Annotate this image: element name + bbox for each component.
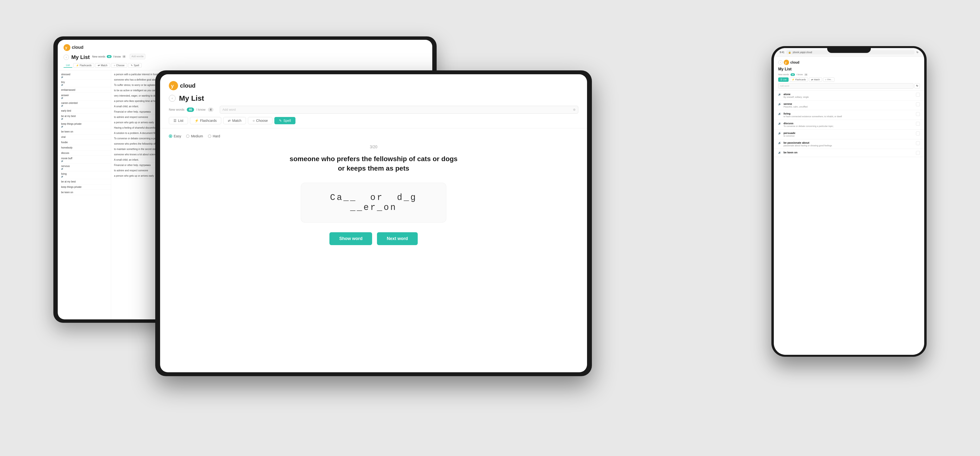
audio-icon[interactable]: 🔊 (778, 142, 781, 145)
phone-refresh-btn[interactable]: ↻ (915, 83, 920, 89)
phone-tab-match[interactable]: ⇄ Match (809, 77, 822, 82)
tablet-fg-tab-flashcards[interactable]: ⚡ Flashcards (190, 117, 221, 124)
phone-new-words-badge: 46 (791, 73, 795, 76)
list-item: keep things private🔊 (58, 121, 111, 129)
tablet-fg-nav-tabs: ☰ List ⚡ Flashcards ⇄ Match ○ (169, 117, 578, 124)
word-def: passionate about having or showing good … (784, 144, 914, 147)
tablet-fg-tab-choose[interactable]: ○ Choose (248, 117, 272, 124)
list-item: homebody (58, 145, 111, 150)
difficulty-easy[interactable]: Easy (169, 134, 181, 138)
tablet-fg-new-words-label: New words (169, 108, 185, 112)
spell-icon: ✎ (131, 64, 133, 67)
audio-icon[interactable]: 🔊 (778, 93, 781, 96)
tablet-bg-back-button[interactable]: ‹ (64, 54, 69, 60)
tablet-bg-tab-list[interactable]: List (64, 63, 72, 68)
hard-label: Hard (213, 134, 220, 138)
phone-flashcards-icon: ⚡ (792, 78, 794, 81)
phone: 9:41 🔒 ybook.yappi.cloud ↻ ‹ y (772, 46, 927, 357)
word-label: living (784, 112, 914, 115)
list-item: living🔊 (58, 171, 111, 179)
spell-actions: Show word Next word (329, 232, 417, 245)
word-checkbox[interactable] (916, 102, 920, 106)
word-def: To converse or debate concerning a parti… (784, 125, 914, 128)
phone-logo-text: cloud (790, 61, 799, 64)
phone-tab-list[interactable]: ☰ List (778, 77, 789, 82)
phone-list-icon: ☰ (780, 78, 782, 81)
phone-refresh-icon[interactable]: ↻ (916, 51, 918, 54)
match-icon: ⇄ (98, 64, 100, 67)
phone-url-icon: 🔒 (788, 51, 791, 54)
tablet-fg-tab-spell[interactable]: ✎ Spell (274, 117, 296, 124)
tablet-fg-tab-choose-label: Choose (256, 119, 268, 123)
word-checkbox[interactable] (916, 93, 920, 97)
word-content: persuade to convince (784, 132, 914, 137)
list-item: tiny🔊 (58, 80, 111, 88)
medium-label: Medium (191, 134, 203, 138)
next-word-button[interactable]: Next word (377, 232, 417, 245)
tablet-fg-iknow-badge: 4 (208, 107, 213, 112)
tablet-fg-tab-spell-label: Spell (283, 119, 291, 123)
word-checkbox[interactable] (916, 141, 920, 145)
phone-iknow-badge: 4 (804, 73, 808, 76)
phone-screen: 9:41 🔒 ybook.yappi.cloud ↻ ‹ y (774, 48, 924, 355)
phone-new-words-label: New words (778, 73, 789, 76)
spell-blanks-container: Ca__ or d_g__er_on (301, 183, 446, 223)
phone-tab-list-label: List (783, 78, 786, 81)
word-checkbox[interactable] (916, 151, 920, 155)
show-word-button[interactable]: Show word (329, 232, 372, 245)
medium-radio[interactable] (186, 134, 189, 138)
word-checkbox[interactable] (916, 112, 920, 116)
phone-iknow-label: I know (796, 73, 803, 76)
difficulty-hard[interactable]: Hard (208, 134, 220, 138)
list-item: nervous🔊 (58, 164, 111, 171)
phone-add-field[interactable]: Add word (778, 83, 913, 89)
tablet-bg-word-list: stressed🔊 tiny🔊 embarrassed answer🔊 c (58, 70, 111, 319)
word-checkbox[interactable] (916, 122, 920, 126)
tablet-bg-tab-flashcards[interactable]: ⚡ Flashcards (73, 63, 94, 68)
audio-icon[interactable]: 🔊 (778, 151, 781, 155)
tablet-bg-tab-list-label: List (66, 64, 70, 67)
list-item: foodie (58, 140, 111, 145)
word-content: be keen on (784, 151, 914, 154)
word-content: alone By oneself; solitary; single (784, 93, 914, 98)
audio-icon[interactable]: 🔊 (778, 103, 781, 106)
easy-radio[interactable] (169, 134, 172, 138)
tablet-bg-iknow-label: I know (113, 55, 121, 58)
scene: y cloud ‹ My List New words 46 I know 4 (53, 22, 927, 434)
word-checkbox[interactable] (916, 132, 920, 136)
spell-icon-fg: ✎ (279, 119, 282, 123)
tablet-bg-tab-match[interactable]: ⇄ Match (95, 63, 110, 68)
tablet-bg-tab-choose[interactable]: ○ Choose (111, 63, 127, 68)
difficulty-medium[interactable]: Medium (186, 134, 203, 138)
tablet-bg-tab-spell[interactable]: ✎ Spell (128, 63, 142, 68)
tablet-fg-tab-match-label: Match (232, 119, 241, 123)
tablet-bg-add-word[interactable]: Add word ⊕ (130, 54, 145, 59)
easy-label: Easy (174, 134, 181, 138)
hard-radio[interactable] (208, 134, 211, 138)
phone-logo: ‹ y cloud (778, 60, 920, 65)
tablet-fg-difficulty: Easy Medium Hard (169, 134, 220, 138)
word-def: to convince (784, 135, 914, 137)
tablet-fg-tab-list[interactable]: ☰ List (169, 117, 188, 124)
audio-icon[interactable]: 🔊 (778, 112, 781, 116)
list-icon: ☰ (173, 119, 177, 123)
tablet-fg-header: y cloud ‹ My List New words 46 I know 4 (160, 74, 587, 128)
tablet-fg-title-row: ‹ My List (169, 94, 578, 102)
tablet-fg-logo-icon: y (169, 81, 178, 90)
tablet-fg-back-button[interactable]: ‹ (169, 95, 176, 102)
phone-back-button[interactable]: ‹ (778, 60, 783, 65)
list-item: embarrassed (58, 88, 111, 93)
audio-icon[interactable]: 🔊 (778, 122, 781, 126)
phone-tab-flashcards-label: Flashcards (795, 78, 806, 81)
list-item: be at my best🔊 (58, 113, 111, 121)
phone-time: 9:41 (780, 51, 784, 54)
phone-tab-choose[interactable]: ○ Cho... (823, 77, 835, 82)
audio-icon[interactable]: 🔊 (778, 132, 781, 135)
tablet-fg-tab-match[interactable]: ⇄ Match (223, 117, 246, 124)
tablet-bg-new-words-label: New words (92, 55, 105, 58)
svg-text:y: y (65, 46, 67, 49)
list-item: 🔊 alone By oneself; solitary; single (774, 91, 924, 100)
word-label: persuade (784, 132, 914, 134)
tablet-fg-add-word-field[interactable]: Add word ⊕ (220, 106, 578, 113)
phone-tab-flashcards[interactable]: ⚡ Flashcards (789, 77, 808, 82)
